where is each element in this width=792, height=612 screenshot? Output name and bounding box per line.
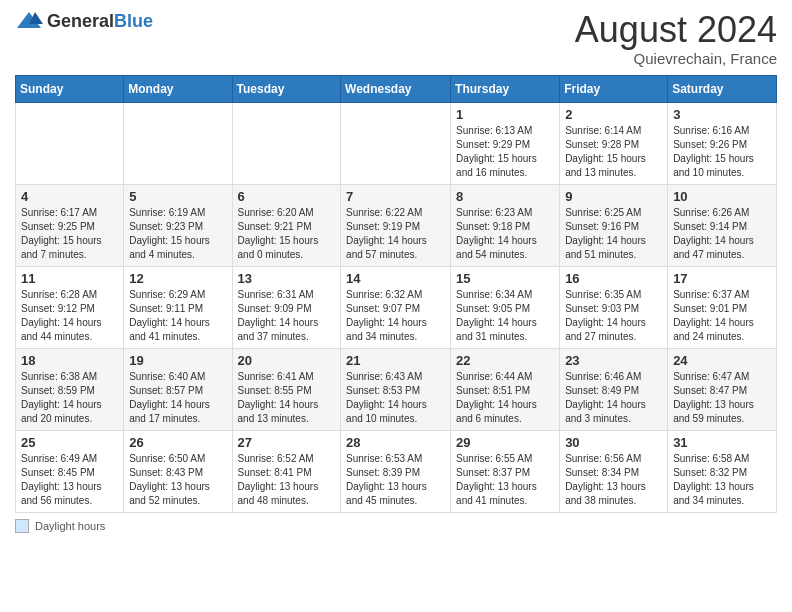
day-number: 21 xyxy=(346,353,445,368)
day-info: Sunrise: 6:34 AM Sunset: 9:05 PM Dayligh… xyxy=(456,288,554,344)
calendar-cell: 10Sunrise: 6:26 AM Sunset: 9:14 PM Dayli… xyxy=(668,184,777,266)
calendar-week-1: 1Sunrise: 6:13 AM Sunset: 9:29 PM Daylig… xyxy=(16,102,777,184)
calendar-header-row: Sunday Monday Tuesday Wednesday Thursday… xyxy=(16,75,777,102)
page-header: GeneralBlue August 2024 Quievrechain, Fr… xyxy=(15,10,777,67)
calendar-cell: 7Sunrise: 6:22 AM Sunset: 9:19 PM Daylig… xyxy=(341,184,451,266)
calendar-cell: 24Sunrise: 6:47 AM Sunset: 8:47 PM Dayli… xyxy=(668,348,777,430)
col-tuesday: Tuesday xyxy=(232,75,341,102)
day-info: Sunrise: 6:35 AM Sunset: 9:03 PM Dayligh… xyxy=(565,288,662,344)
day-number: 16 xyxy=(565,271,662,286)
calendar-cell: 8Sunrise: 6:23 AM Sunset: 9:18 PM Daylig… xyxy=(451,184,560,266)
calendar-title: August 2024 xyxy=(575,10,777,50)
day-info: Sunrise: 6:47 AM Sunset: 8:47 PM Dayligh… xyxy=(673,370,771,426)
calendar-week-5: 25Sunrise: 6:49 AM Sunset: 8:45 PM Dayli… xyxy=(16,430,777,512)
calendar-cell: 11Sunrise: 6:28 AM Sunset: 9:12 PM Dayli… xyxy=(16,266,124,348)
calendar-week-3: 11Sunrise: 6:28 AM Sunset: 9:12 PM Dayli… xyxy=(16,266,777,348)
day-number: 14 xyxy=(346,271,445,286)
col-monday: Monday xyxy=(124,75,232,102)
day-info: Sunrise: 6:16 AM Sunset: 9:26 PM Dayligh… xyxy=(673,124,771,180)
day-number: 27 xyxy=(238,435,336,450)
day-info: Sunrise: 6:28 AM Sunset: 9:12 PM Dayligh… xyxy=(21,288,118,344)
calendar-cell: 13Sunrise: 6:31 AM Sunset: 9:09 PM Dayli… xyxy=(232,266,341,348)
day-info: Sunrise: 6:20 AM Sunset: 9:21 PM Dayligh… xyxy=(238,206,336,262)
logo-icon xyxy=(15,10,43,32)
legend-box xyxy=(15,519,29,533)
day-number: 8 xyxy=(456,189,554,204)
title-block: August 2024 Quievrechain, France xyxy=(575,10,777,67)
calendar-cell: 26Sunrise: 6:50 AM Sunset: 8:43 PM Dayli… xyxy=(124,430,232,512)
calendar-cell: 31Sunrise: 6:58 AM Sunset: 8:32 PM Dayli… xyxy=(668,430,777,512)
logo: GeneralBlue xyxy=(15,10,153,32)
day-info: Sunrise: 6:43 AM Sunset: 8:53 PM Dayligh… xyxy=(346,370,445,426)
calendar-cell: 21Sunrise: 6:43 AM Sunset: 8:53 PM Dayli… xyxy=(341,348,451,430)
day-info: Sunrise: 6:14 AM Sunset: 9:28 PM Dayligh… xyxy=(565,124,662,180)
logo-general: General xyxy=(47,11,114,31)
logo-text: GeneralBlue xyxy=(47,11,153,32)
calendar-cell: 12Sunrise: 6:29 AM Sunset: 9:11 PM Dayli… xyxy=(124,266,232,348)
calendar-cell xyxy=(341,102,451,184)
col-saturday: Saturday xyxy=(668,75,777,102)
calendar-cell: 16Sunrise: 6:35 AM Sunset: 9:03 PM Dayli… xyxy=(560,266,668,348)
calendar-cell xyxy=(232,102,341,184)
day-info: Sunrise: 6:37 AM Sunset: 9:01 PM Dayligh… xyxy=(673,288,771,344)
day-number: 22 xyxy=(456,353,554,368)
calendar-cell: 17Sunrise: 6:37 AM Sunset: 9:01 PM Dayli… xyxy=(668,266,777,348)
day-number: 1 xyxy=(456,107,554,122)
calendar-cell: 23Sunrise: 6:46 AM Sunset: 8:49 PM Dayli… xyxy=(560,348,668,430)
day-number: 18 xyxy=(21,353,118,368)
day-number: 23 xyxy=(565,353,662,368)
day-info: Sunrise: 6:46 AM Sunset: 8:49 PM Dayligh… xyxy=(565,370,662,426)
calendar-cell xyxy=(16,102,124,184)
day-info: Sunrise: 6:26 AM Sunset: 9:14 PM Dayligh… xyxy=(673,206,771,262)
legend: Daylight hours xyxy=(15,519,777,533)
day-info: Sunrise: 6:32 AM Sunset: 9:07 PM Dayligh… xyxy=(346,288,445,344)
day-info: Sunrise: 6:19 AM Sunset: 9:23 PM Dayligh… xyxy=(129,206,226,262)
day-number: 12 xyxy=(129,271,226,286)
day-number: 7 xyxy=(346,189,445,204)
day-info: Sunrise: 6:29 AM Sunset: 9:11 PM Dayligh… xyxy=(129,288,226,344)
calendar-cell: 25Sunrise: 6:49 AM Sunset: 8:45 PM Dayli… xyxy=(16,430,124,512)
day-number: 4 xyxy=(21,189,118,204)
day-number: 24 xyxy=(673,353,771,368)
day-info: Sunrise: 6:44 AM Sunset: 8:51 PM Dayligh… xyxy=(456,370,554,426)
day-info: Sunrise: 6:40 AM Sunset: 8:57 PM Dayligh… xyxy=(129,370,226,426)
day-info: Sunrise: 6:23 AM Sunset: 9:18 PM Dayligh… xyxy=(456,206,554,262)
day-number: 11 xyxy=(21,271,118,286)
calendar-cell: 6Sunrise: 6:20 AM Sunset: 9:21 PM Daylig… xyxy=(232,184,341,266)
calendar-cell: 14Sunrise: 6:32 AM Sunset: 9:07 PM Dayli… xyxy=(341,266,451,348)
legend-label: Daylight hours xyxy=(35,520,105,532)
calendar-cell: 22Sunrise: 6:44 AM Sunset: 8:51 PM Dayli… xyxy=(451,348,560,430)
calendar-week-2: 4Sunrise: 6:17 AM Sunset: 9:25 PM Daylig… xyxy=(16,184,777,266)
calendar-cell: 28Sunrise: 6:53 AM Sunset: 8:39 PM Dayli… xyxy=(341,430,451,512)
logo-blue: Blue xyxy=(114,11,153,31)
day-info: Sunrise: 6:38 AM Sunset: 8:59 PM Dayligh… xyxy=(21,370,118,426)
day-number: 26 xyxy=(129,435,226,450)
calendar-cell: 20Sunrise: 6:41 AM Sunset: 8:55 PM Dayli… xyxy=(232,348,341,430)
calendar-cell xyxy=(124,102,232,184)
day-info: Sunrise: 6:22 AM Sunset: 9:19 PM Dayligh… xyxy=(346,206,445,262)
day-number: 28 xyxy=(346,435,445,450)
calendar-cell: 9Sunrise: 6:25 AM Sunset: 9:16 PM Daylig… xyxy=(560,184,668,266)
calendar-cell: 5Sunrise: 6:19 AM Sunset: 9:23 PM Daylig… xyxy=(124,184,232,266)
day-info: Sunrise: 6:17 AM Sunset: 9:25 PM Dayligh… xyxy=(21,206,118,262)
calendar-week-4: 18Sunrise: 6:38 AM Sunset: 8:59 PM Dayli… xyxy=(16,348,777,430)
calendar-table: Sunday Monday Tuesday Wednesday Thursday… xyxy=(15,75,777,513)
calendar-cell: 19Sunrise: 6:40 AM Sunset: 8:57 PM Dayli… xyxy=(124,348,232,430)
calendar-cell: 27Sunrise: 6:52 AM Sunset: 8:41 PM Dayli… xyxy=(232,430,341,512)
calendar-cell: 1Sunrise: 6:13 AM Sunset: 9:29 PM Daylig… xyxy=(451,102,560,184)
col-sunday: Sunday xyxy=(16,75,124,102)
day-info: Sunrise: 6:58 AM Sunset: 8:32 PM Dayligh… xyxy=(673,452,771,508)
day-number: 2 xyxy=(565,107,662,122)
day-info: Sunrise: 6:41 AM Sunset: 8:55 PM Dayligh… xyxy=(238,370,336,426)
day-number: 31 xyxy=(673,435,771,450)
calendar-cell: 30Sunrise: 6:56 AM Sunset: 8:34 PM Dayli… xyxy=(560,430,668,512)
day-number: 3 xyxy=(673,107,771,122)
day-info: Sunrise: 6:53 AM Sunset: 8:39 PM Dayligh… xyxy=(346,452,445,508)
day-number: 30 xyxy=(565,435,662,450)
day-number: 5 xyxy=(129,189,226,204)
calendar-cell: 29Sunrise: 6:55 AM Sunset: 8:37 PM Dayli… xyxy=(451,430,560,512)
col-wednesday: Wednesday xyxy=(341,75,451,102)
day-info: Sunrise: 6:52 AM Sunset: 8:41 PM Dayligh… xyxy=(238,452,336,508)
day-number: 13 xyxy=(238,271,336,286)
calendar-cell: 15Sunrise: 6:34 AM Sunset: 9:05 PM Dayli… xyxy=(451,266,560,348)
